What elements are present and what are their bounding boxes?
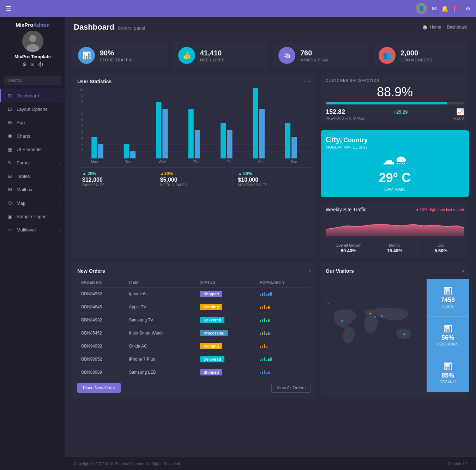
referrals-value: 56% — [441, 334, 454, 342]
stat-label-sales: MONTHLY SAL... — [300, 58, 363, 62]
visitors-content: + − 📊 7458 VISITS 📊 — [321, 279, 469, 392]
nav-icon-sample-pages: ▣ — [7, 213, 13, 219]
mini-bar-segment — [266, 320, 267, 322]
orders-close-icon[interactable]: × — [308, 269, 311, 273]
menu-toggle-icon[interactable]: ☰ — [6, 5, 11, 12]
visitor-stat-visits: 📊 7458 VISITS — [427, 279, 469, 317]
stat-value-likes: 41,410 — [200, 49, 263, 57]
mini-bar — [260, 357, 307, 361]
svg-point-30 — [369, 313, 371, 314]
nav-item-left: ⬡ Map — [7, 200, 25, 206]
table-row: ODN94992 Onida AC Pending — [77, 340, 311, 353]
bottom-row: New Orders − × Order No Item Status — [72, 263, 469, 398]
orders-minimize-icon[interactable]: − — [303, 269, 306, 273]
sidebar-item-multilevel[interactable]: ↪ Multilevel ‹ — [0, 223, 65, 236]
nav-item-left: ⊞ App — [7, 120, 25, 125]
satisfaction-title: CUSTOMER SATISFACTION — [326, 79, 464, 83]
cell-status: Shipped — [197, 366, 256, 379]
user-mail-icon[interactable]: ✉ — [30, 61, 35, 67]
mail-icon[interactable]: ✉ — [432, 5, 436, 12]
mini-bar-segment — [260, 333, 261, 335]
nav-icon-map: ⬡ — [7, 200, 13, 206]
sidebar-item-forms[interactable]: ✎ Forms ‹ — [0, 156, 65, 169]
weekly-value: $5,000 — [160, 177, 228, 183]
nav-item-left: ⊟ Tables — [7, 173, 30, 179]
user-power-icon[interactable]: ⏻ — [38, 61, 43, 67]
satisfaction-value: 88.9% — [326, 85, 464, 100]
sidebar-item-dashboard[interactable]: ⊞ Dashboard ‹ — [0, 89, 65, 102]
table-row: ODN84952 Iphone 6s Shipped — [77, 288, 311, 301]
content-area: 📊 90% STORE TRAFFIC 👍 41,410 USER LIKES … — [65, 36, 476, 457]
satisfaction-bar-fill — [326, 102, 447, 104]
traffic-monthly-value: 15.40% — [372, 248, 418, 253]
svg-point-33 — [403, 333, 405, 335]
sidebar: MixProAdmin MixPro Template ⚙ ✉ ⏻ ⊞ Dash… — [0, 17, 65, 470]
stat-info-sales: 760 MONTHLY SAL... — [300, 49, 363, 62]
place-order-button[interactable]: Place New Order — [77, 383, 121, 393]
sat-num: 152.82 — [326, 108, 345, 116]
sidebar-item-mailbox[interactable]: ✉ Mailbox ‹ — [0, 183, 65, 196]
mini-bar-segment — [260, 360, 261, 361]
visitors-close-icon[interactable]: × — [462, 269, 464, 273]
traffic-chart — [326, 215, 464, 236]
col-status: Status — [197, 277, 256, 288]
mini-bar-segment — [268, 319, 270, 322]
visitors-minimize-icon[interactable]: − — [456, 269, 459, 273]
sidebar-item-ui-elements[interactable]: ▦ UI Elements ‹ — [0, 143, 65, 156]
sidebar-item-tables[interactable]: ⊟ Tables ‹ — [0, 169, 65, 183]
mini-bar-segment — [266, 294, 267, 296]
nav-arrow-forms: ‹ — [59, 161, 60, 165]
sidebar-item-sample-pages[interactable]: ▣ Sample Pages ‹ — [0, 210, 65, 223]
sat-trend-label: TREND — [452, 116, 464, 120]
close-icon[interactable]: × — [308, 79, 311, 84]
sat-labels: PREVIOUS % CHANGE TREND — [326, 116, 464, 120]
sidebar-item-app[interactable]: ⊞ App ‹ — [0, 116, 65, 129]
stat-label-likes: USER LIKES — [200, 58, 263, 62]
notification-icon[interactable]: 🔔 — [441, 5, 448, 12]
page-subtitle: Control panel — [118, 25, 145, 31]
table-row: ODN88989 Samsung LED Shipped — [77, 366, 311, 379]
cell-status: Delivered — [197, 353, 256, 366]
cell-order-no: ODN84982 — [77, 314, 125, 327]
stat-icon-members: 👥 — [379, 47, 396, 64]
view-all-orders-button[interactable]: View All Orders — [271, 383, 311, 393]
minimize-icon[interactable]: − — [303, 79, 306, 84]
status-badge: Shipped — [200, 369, 222, 375]
orders-card-header: New Orders − × — [77, 268, 311, 274]
stat-label-members: JOIN MEMBERS — [400, 58, 463, 62]
svg-rect-16 — [124, 144, 129, 158]
nav-item-left: ⊡ Layout Options — [7, 106, 47, 112]
sidebar-item-charts[interactable]: ◉ Charts ‹ — [0, 129, 65, 143]
weekly-label: WEEKLY SALES — [160, 183, 228, 187]
daily-pct: ▲ 20% — [82, 171, 150, 176]
user-settings-icon[interactable]: ⚙ — [22, 61, 27, 67]
settings-icon[interactable]: ⚙ — [465, 5, 470, 12]
chart-x-labels: MonTueWedThuFriSatSun — [77, 160, 311, 164]
nav-icon-ui-elements: ▦ — [7, 146, 13, 152]
cell-status: Pending — [197, 340, 256, 353]
nav-item-left: ▣ Sample Pages — [7, 213, 47, 219]
status-badge: Processing — [200, 330, 228, 336]
search-input[interactable] — [4, 76, 61, 85]
nav-label-tables: Tables — [17, 174, 30, 179]
traffic-monthly-label: Montly — [372, 243, 418, 247]
sidebar-item-map[interactable]: ⬡ Map ‹ — [0, 196, 65, 210]
flag-icon[interactable]: 🚩 — [453, 5, 460, 12]
search-box — [0, 72, 65, 89]
svg-rect-20 — [188, 109, 194, 158]
organic-label: ORGANIC — [440, 380, 456, 384]
user-avatar-top[interactable]: 👤 — [416, 3, 427, 14]
breadcrumb: 🏠 Home › Dashboard — [422, 25, 468, 30]
breadcrumb-home[interactable]: Home — [430, 25, 441, 30]
nav-arrow-dashboard: ‹ — [59, 94, 60, 98]
cell-item: Intex Smart Watch — [125, 327, 196, 340]
weather-card: City, Country MONDAY May 11, 2017 ☁🌧 29°… — [321, 130, 469, 197]
mini-bar-segment — [260, 347, 261, 348]
traffic-overall: Overall Growth 80.40% — [326, 243, 372, 253]
stat-card-members: 👥 2,000 JOIN MEMBERS — [373, 42, 469, 69]
sidebar-item-layout-options[interactable]: ⊡ Layout Options ‹ — [0, 102, 65, 116]
mini-bar-segment — [268, 306, 270, 309]
sat-change-val: +25.29 — [393, 109, 408, 115]
brand-prefix: MixPro — [16, 22, 33, 28]
cell-item: Samsung LED — [125, 366, 196, 379]
